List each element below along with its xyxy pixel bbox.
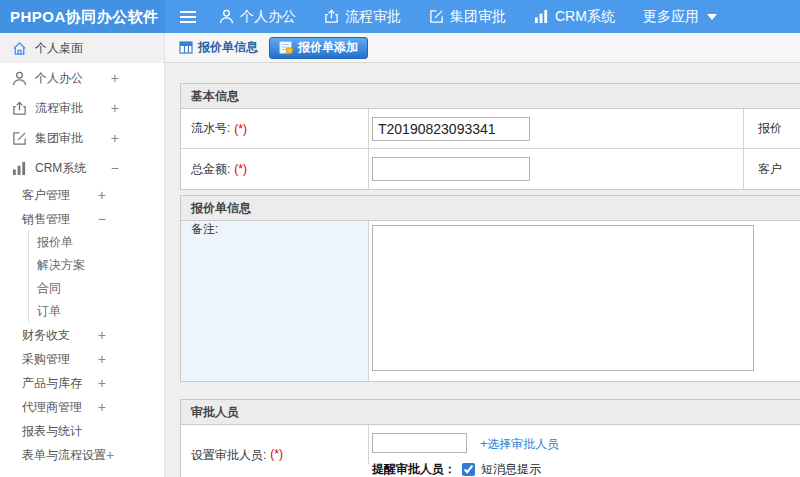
- caret-down-icon: [707, 14, 717, 20]
- section-title: 审批人员: [181, 400, 800, 425]
- memo-textarea[interactable]: [372, 225, 754, 371]
- tab-1[interactable]: 报价单信息: [173, 39, 264, 56]
- required-mark: (*): [234, 162, 247, 176]
- sidebar-item-label: 销售管理: [22, 211, 70, 228]
- section-title: 基本信息: [181, 84, 800, 109]
- required-mark: (*): [270, 447, 283, 461]
- expander-icon: +: [111, 100, 119, 116]
- bar-chart-icon: [534, 9, 549, 24]
- top-menu-label: 更多应用: [643, 8, 699, 26]
- sidebar-item-9[interactable]: 解决方案: [29, 254, 164, 277]
- sidebar-item-14[interactable]: 产品与库存+: [0, 371, 164, 395]
- right-label: 客户: [744, 149, 800, 189]
- sidebar-item-11[interactable]: 订单: [29, 300, 164, 323]
- amount-label: 总金额:: [191, 161, 230, 178]
- top-menu-item-1[interactable]: 个人办公: [219, 8, 296, 26]
- bar-chart-icon: [12, 161, 27, 176]
- sidebar-item-7[interactable]: 销售管理−: [0, 207, 164, 231]
- section-title: 报价单信息: [181, 196, 800, 221]
- sidebar-item-label: 采购管理: [22, 351, 70, 368]
- sidebar-item-label: 财务收支: [22, 327, 70, 344]
- sidebar-item-3[interactable]: 流程审批+: [0, 93, 164, 123]
- expander-icon: +: [111, 70, 119, 86]
- sidebar-item-2[interactable]: 个人办公+: [0, 63, 164, 93]
- required-mark: (*): [234, 122, 247, 136]
- top-menu-label: 流程审批: [345, 8, 401, 26]
- sidebar-item-label: 产品与库存: [22, 375, 82, 392]
- top-menu: 个人办公流程审批集团审批CRM系统更多应用: [219, 8, 717, 26]
- menu-icon[interactable]: [179, 10, 197, 24]
- select-approver-link[interactable]: +选择审批人员: [480, 437, 559, 451]
- top-menu-label: 个人办公: [240, 8, 296, 26]
- submenu-sales: 报价单解决方案合同订单: [28, 231, 164, 323]
- serial-number-input[interactable]: [372, 117, 530, 141]
- approver-input[interactable]: [372, 433, 467, 453]
- top-menu-item-4[interactable]: CRM系统: [534, 8, 615, 26]
- tab-2[interactable]: 报价单添加: [269, 37, 368, 59]
- sidebar-item-label: 报价单: [37, 234, 73, 251]
- expander-icon: −: [111, 160, 119, 176]
- quotation-add-form: 基本信息 流水号: (*) 报价 总金额: (*) 客户: [180, 83, 800, 477]
- form-row-amount: 总金额: (*) 客户: [181, 149, 800, 189]
- expander-icon: +: [98, 187, 106, 203]
- home-icon: [12, 41, 27, 56]
- top-menu-label: CRM系统: [555, 8, 615, 26]
- sidebar-item-16[interactable]: 报表与统计: [0, 419, 164, 443]
- sidebar-item-label: 流程审批: [35, 100, 83, 117]
- approver-label: 设置审批人员:: [191, 447, 266, 464]
- form-row-approver: 设置审批人员: (*) +选择审批人员 提醒审批人员： 短消息提示 注：流程第一…: [181, 425, 800, 477]
- sidebar-item-label: 代理商管理: [22, 399, 82, 416]
- sidebar-item-15[interactable]: 代理商管理+: [0, 395, 164, 419]
- sidebar-item-label: 订单: [37, 303, 61, 320]
- sidebar-item-4[interactable]: 集团审批+: [0, 123, 164, 153]
- main-content: 基本信息 流水号: (*) 报价 总金额: (*) 客户: [165, 63, 800, 477]
- tab-label: 报价单信息: [198, 39, 258, 56]
- sidebar-item-8[interactable]: 报价单: [29, 231, 164, 254]
- top-navigation-bar: PHPOA协同办公软件 个人办公流程审批集团审批CRM系统更多应用: [0, 0, 800, 33]
- table-icon: [179, 41, 193, 54]
- sms-remind-label: 短消息提示: [481, 461, 541, 477]
- sidebar-item-1[interactable]: 个人桌面: [0, 33, 164, 63]
- top-menu-item-5[interactable]: 更多应用: [643, 8, 717, 26]
- tab-strip: 报价单信息报价单添加: [165, 33, 800, 63]
- sidebar-navigation: 个人桌面个人办公+流程审批+集团审批+CRM系统−客户管理+销售管理−报价单解决…: [0, 33, 165, 477]
- right-label: 报价: [744, 109, 800, 149]
- user-icon: [219, 9, 234, 24]
- expander-icon: +: [98, 351, 106, 367]
- sidebar-item-6[interactable]: 客户管理+: [0, 183, 164, 207]
- expander-icon: +: [111, 130, 119, 146]
- expander-icon: +: [98, 375, 106, 391]
- sidebar-item-5[interactable]: CRM系统−: [0, 153, 164, 183]
- memo-label: 备注:: [191, 221, 218, 238]
- top-menu-item-3[interactable]: 集团审批: [429, 8, 506, 26]
- expander-icon: −: [98, 211, 106, 227]
- sidebar-item-label: 客户管理: [22, 187, 70, 204]
- serial-label: 流水号:: [191, 120, 230, 137]
- top-menu-item-2[interactable]: 流程审批: [324, 8, 401, 26]
- sidebar-item-17[interactable]: 表单与流程设置+: [0, 443, 164, 467]
- sidebar-item-label: 表单与流程设置: [22, 447, 106, 464]
- section-approvers: 审批人员 设置审批人员: (*) +选择审批人员 提醒审批人员： 短消息提示: [180, 399, 800, 477]
- total-amount-input[interactable]: [372, 157, 530, 181]
- sidebar-item-13[interactable]: 采购管理+: [0, 347, 164, 371]
- edit-square-icon: [429, 9, 444, 24]
- form-add-icon: [279, 41, 293, 54]
- section-quotation-info: 报价单信息 备注:: [180, 195, 800, 382]
- sidebar-item-label: 个人办公: [35, 70, 83, 87]
- form-row-memo: 备注:: [181, 221, 800, 381]
- sidebar-item-label: 解决方案: [37, 257, 85, 274]
- expander-icon: +: [106, 447, 114, 463]
- section-basic-info: 基本信息 流水号: (*) 报价 总金额: (*) 客户: [180, 83, 800, 190]
- sidebar-item-label: 报表与统计: [22, 423, 82, 440]
- tab-label: 报价单添加: [298, 39, 358, 56]
- sms-remind-checkbox[interactable]: [462, 463, 475, 476]
- sidebar-item-10[interactable]: 合同: [29, 277, 164, 300]
- approval-arrow-icon: [324, 9, 339, 24]
- user-icon: [12, 71, 27, 86]
- approval-arrow-icon: [12, 101, 27, 116]
- sidebar-item-12[interactable]: 财务收支+: [0, 323, 164, 347]
- remind-approver-label: 提醒审批人员：: [372, 461, 456, 477]
- expander-icon: +: [98, 399, 106, 415]
- sidebar-item-label: 合同: [37, 280, 61, 297]
- form-row-serial: 流水号: (*) 报价: [181, 109, 800, 149]
